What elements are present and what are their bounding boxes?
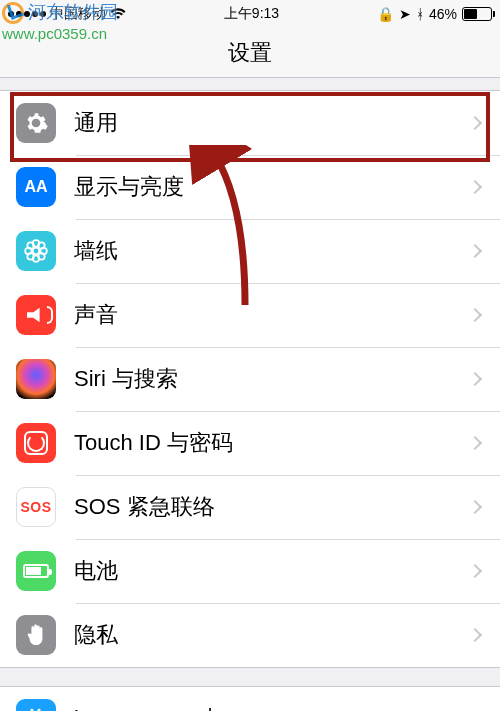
privacy-icon — [16, 615, 56, 655]
row-label: SOS 紧急联络 — [74, 492, 470, 522]
chevron-right-icon — [468, 116, 482, 130]
battery-menu-icon — [16, 551, 56, 591]
display-icon: AA — [16, 167, 56, 207]
row-label: 电池 — [74, 556, 470, 586]
settings-group-2: iTunes Store 与 App Store Wallet 与 Apple … — [0, 686, 500, 711]
row-label: 显示与亮度 — [74, 172, 470, 202]
wifi-icon — [110, 8, 126, 20]
chevron-right-icon — [468, 500, 482, 514]
battery-percent: 46% — [429, 6, 457, 22]
status-right: 🔒 ➤ ᚼ 46% — [377, 6, 492, 22]
location-icon: ➤ — [399, 6, 411, 22]
wallpaper-icon — [16, 231, 56, 271]
row-label: iTunes Store 与 App Store — [74, 704, 470, 711]
row-privacy[interactable]: 隐私 — [0, 603, 500, 667]
row-touchid[interactable]: Touch ID 与密码 — [0, 411, 500, 475]
status-time: 上午9:13 — [224, 5, 279, 23]
row-wallpaper[interactable]: 墙纸 — [0, 219, 500, 283]
row-general[interactable]: 通用 — [0, 91, 500, 155]
status-bar: 中国移动 上午9:13 🔒 ➤ ᚼ 46% — [0, 0, 500, 28]
settings-group-1: 通用 AA 显示与亮度 墙纸 声音 Siri 与搜索 Touch ID 与密码 … — [0, 90, 500, 668]
chevron-right-icon — [468, 628, 482, 642]
gear-icon — [16, 103, 56, 143]
row-siri[interactable]: Siri 与搜索 — [0, 347, 500, 411]
row-battery[interactable]: 电池 — [0, 539, 500, 603]
row-label: 隐私 — [74, 620, 470, 650]
row-label: 墙纸 — [74, 236, 470, 266]
svg-point-0 — [33, 248, 40, 255]
row-label: 通用 — [74, 108, 470, 138]
chevron-right-icon — [468, 244, 482, 258]
sound-icon — [16, 295, 56, 335]
chevron-right-icon — [468, 180, 482, 194]
sos-icon: SOS — [16, 487, 56, 527]
appstore-icon — [16, 699, 56, 711]
chevron-right-icon — [468, 308, 482, 322]
status-left: 中国移动 — [8, 5, 126, 23]
battery-icon — [462, 7, 492, 21]
row-label: Siri 与搜索 — [74, 364, 470, 394]
row-label: Touch ID 与密码 — [74, 428, 470, 458]
row-label: 声音 — [74, 300, 470, 330]
chevron-right-icon — [468, 564, 482, 578]
orientation-lock-icon: 🔒 — [377, 6, 394, 22]
touchid-icon — [16, 423, 56, 463]
carrier-label: 中国移动 — [50, 5, 106, 23]
row-display[interactable]: AA 显示与亮度 — [0, 155, 500, 219]
row-sound[interactable]: 声音 — [0, 283, 500, 347]
row-appstore[interactable]: iTunes Store 与 App Store — [0, 687, 500, 711]
signal-icon — [8, 11, 46, 17]
row-sos[interactable]: SOS SOS 紧急联络 — [0, 475, 500, 539]
chevron-right-icon — [468, 372, 482, 386]
siri-icon — [16, 359, 56, 399]
bluetooth-icon: ᚼ — [416, 6, 424, 22]
page-title: 设置 — [0, 28, 500, 78]
chevron-right-icon — [468, 436, 482, 450]
